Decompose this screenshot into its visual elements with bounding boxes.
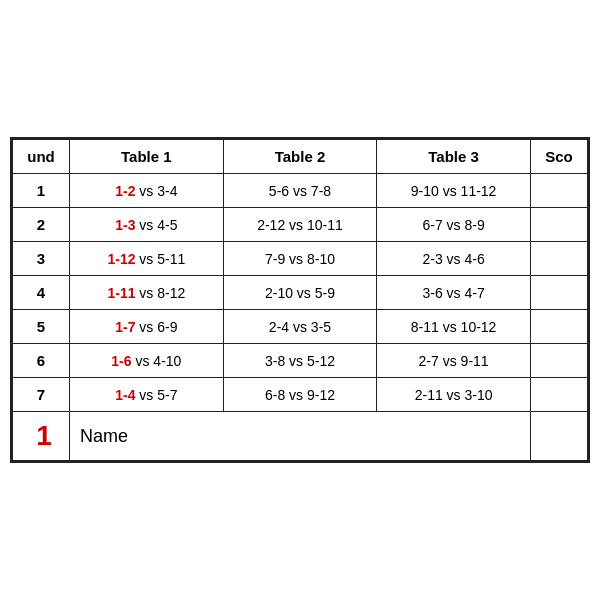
round-header: und xyxy=(13,140,70,174)
table3-cell: 2-3 vs 4-6 xyxy=(377,242,531,276)
table2-cell: 6-8 vs 9-12 xyxy=(223,378,377,412)
table1-cell: 1-12 vs 5-11 xyxy=(70,242,224,276)
table1-cell: 1-6 vs 4-10 xyxy=(70,344,224,378)
table3-cell: 2-7 vs 9-11 xyxy=(377,344,531,378)
name-field: Name xyxy=(70,412,531,461)
round-cell: 2 xyxy=(13,208,70,242)
table2-cell: 7-9 vs 8-10 xyxy=(223,242,377,276)
table3-header: Table 3 xyxy=(377,140,531,174)
name-row-score xyxy=(530,412,587,461)
table1-cell: 1-4 vs 5-7 xyxy=(70,378,224,412)
score-cell xyxy=(530,174,587,208)
table2-cell: 3-8 vs 5-12 xyxy=(223,344,377,378)
table1-header: Table 1 xyxy=(70,140,224,174)
score-cell xyxy=(530,310,587,344)
schedule-table: und Table 1 Table 2 Table 3 Sco 11-2 vs … xyxy=(10,137,590,463)
table2-cell: 2-12 vs 10-11 xyxy=(223,208,377,242)
table2-cell: 5-6 vs 7-8 xyxy=(223,174,377,208)
table3-cell: 6-7 vs 8-9 xyxy=(377,208,531,242)
round-cell: 7 xyxy=(13,378,70,412)
name-row-number: 1 xyxy=(13,412,70,461)
table3-cell: 8-11 vs 10-12 xyxy=(377,310,531,344)
table3-cell: 3-6 vs 4-7 xyxy=(377,276,531,310)
score-header: Sco xyxy=(530,140,587,174)
table1-cell: 1-2 vs 3-4 xyxy=(70,174,224,208)
round-cell: 5 xyxy=(13,310,70,344)
table3-cell: 9-10 vs 11-12 xyxy=(377,174,531,208)
table2-cell: 2-4 vs 3-5 xyxy=(223,310,377,344)
table2-header: Table 2 xyxy=(223,140,377,174)
round-cell: 3 xyxy=(13,242,70,276)
score-cell xyxy=(530,208,587,242)
score-cell xyxy=(530,276,587,310)
score-cell xyxy=(530,378,587,412)
score-cell xyxy=(530,344,587,378)
table1-cell: 1-11 vs 8-12 xyxy=(70,276,224,310)
table3-cell: 2-11 vs 3-10 xyxy=(377,378,531,412)
round-cell: 6 xyxy=(13,344,70,378)
table2-cell: 2-10 vs 5-9 xyxy=(223,276,377,310)
score-cell xyxy=(530,242,587,276)
table1-cell: 1-7 vs 6-9 xyxy=(70,310,224,344)
table1-cell: 1-3 vs 4-5 xyxy=(70,208,224,242)
round-cell: 4 xyxy=(13,276,70,310)
round-cell: 1 xyxy=(13,174,70,208)
